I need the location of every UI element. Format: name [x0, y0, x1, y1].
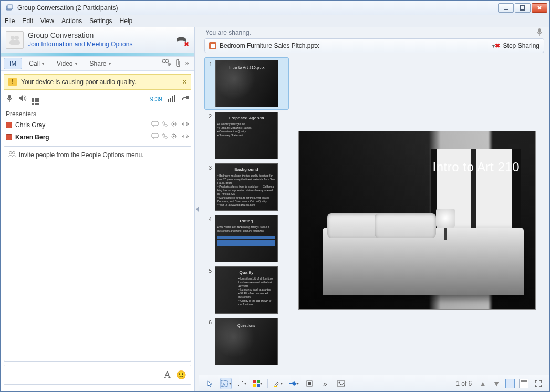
svg-rect-31 — [308, 382, 311, 385]
window-title: Group Conversation (2 Participants) — [17, 4, 498, 12]
tab-share[interactable]: Share▾ — [84, 58, 117, 69]
im-icon[interactable] — [151, 121, 159, 129]
stop-sharing-button[interactable]: ✖Stop Sharing — [495, 42, 539, 49]
people-icon — [8, 151, 16, 159]
thumb-3[interactable]: 3 Background • Bedroom has been the top … — [204, 161, 289, 213]
audio-warning: ! Your device is causing poor audio qual… — [4, 74, 191, 90]
svg-rect-16 — [152, 133, 158, 138]
call-duration: 9:39 — [150, 96, 162, 103]
im-icon[interactable] — [151, 133, 159, 141]
call-icon[interactable] — [162, 121, 168, 129]
svg-rect-2 — [504, 9, 508, 10]
stamp-tool[interactable] — [304, 378, 315, 389]
menu-edit[interactable]: Edit — [22, 17, 33, 25]
video-icon[interactable] — [171, 133, 179, 141]
sharing-pane: You are sharing. Bedroom Furniture Sales… — [199, 27, 549, 391]
tab-im[interactable]: IM — [4, 58, 22, 69]
share-icon[interactable] — [182, 121, 189, 129]
sharing-status: You are sharing. — [205, 29, 251, 36]
maximize-button[interactable] — [515, 3, 531, 13]
minimize-button[interactable] — [498, 3, 514, 13]
pane-splitter[interactable] — [195, 27, 199, 391]
svg-rect-6 — [9, 40, 20, 45]
svg-point-20 — [13, 152, 15, 154]
slide-thumbnails: 1 Intro to Art 210.potx 2 Proposed Agend… — [204, 57, 291, 372]
attach-icon[interactable] — [175, 59, 181, 69]
video-icon[interactable] — [171, 121, 179, 129]
svg-point-15 — [173, 123, 175, 125]
next-slide[interactable]: ▼ — [492, 379, 501, 388]
call-icon[interactable] — [162, 133, 168, 141]
more-icon[interactable]: » — [185, 59, 189, 69]
audio-controls: 9:39 — [1, 90, 194, 108]
shared-file-name: Bedroom Furniture Sales Pitch.pptx — [220, 42, 489, 49]
slide-toolbar: A▾ ▾ ▾ ▾ ▾ » 1 of 6 ▲ ▼ — [199, 375, 549, 391]
text-select-tool[interactable]: A▾ — [220, 378, 232, 389]
presenters-label: Presenters — [1, 108, 194, 119]
end-call-icon[interactable]: ✖ — [174, 32, 188, 47]
prev-slide[interactable]: ▲ — [478, 379, 487, 388]
warning-text[interactable]: Your device is causing poor audio qualit… — [21, 78, 179, 86]
menubar: File Edit View Actions Settings Help — [1, 15, 549, 27]
menu-help[interactable]: Help — [120, 17, 133, 25]
svg-rect-27 — [253, 384, 256, 387]
conversation-pane: Group Conversation Join Information and … — [1, 27, 195, 391]
participant-row[interactable]: Chris Gray — [1, 119, 194, 131]
pointer-tool[interactable] — [204, 378, 216, 389]
arrow-tool[interactable]: ▾ — [288, 378, 299, 389]
font-button[interactable]: A — [164, 369, 171, 380]
warning-close[interactable]: × — [183, 78, 186, 86]
fullscreen-button[interactable] — [533, 378, 544, 389]
tab-video[interactable]: Video▾ — [51, 58, 82, 69]
emoji-button[interactable]: 🙂 — [176, 370, 186, 380]
hold-icon[interactable] — [181, 95, 189, 104]
mic-indicator-icon — [536, 28, 543, 38]
thumb-2[interactable]: 2 Proposed Agenda • Company Background •… — [204, 110, 289, 161]
color-tool[interactable]: ▾ — [252, 378, 263, 389]
svg-rect-10 — [8, 95, 11, 99]
thumb-6[interactable]: 6 Questions — [204, 316, 289, 367]
highlighter-tool[interactable]: ▾ — [272, 378, 284, 389]
mic-icon[interactable] — [6, 94, 13, 104]
slide-title: Intro to Art 210 — [433, 160, 520, 174]
menu-actions[interactable]: Actions — [61, 17, 82, 25]
chat-input[interactable]: A 🙂 — [4, 365, 191, 385]
participant-row[interactable]: Karen Berg — [1, 131, 194, 143]
line-tool[interactable]: ▾ — [236, 378, 247, 389]
svg-rect-29 — [274, 386, 277, 387]
svg-rect-25 — [253, 380, 256, 383]
menu-settings[interactable]: Settings — [89, 17, 112, 25]
svg-point-4 — [11, 36, 15, 40]
speaker-icon[interactable] — [18, 95, 27, 104]
image-tool[interactable] — [335, 378, 347, 389]
share-icon[interactable] — [182, 133, 189, 141]
thumb-4[interactable]: 4 Rating • We continue to receive top ra… — [204, 213, 289, 264]
people-options-icon[interactable] — [161, 59, 171, 69]
overflow-tool[interactable]: » — [319, 378, 331, 389]
meeting-options-link[interactable]: Join Information and Meeting Options — [28, 40, 132, 48]
svg-rect-26 — [257, 380, 260, 383]
main-slide: Intro to Art 210 — [298, 131, 536, 310]
chat-log: Invite people from the People Options me… — [4, 146, 191, 362]
svg-point-5 — [15, 36, 19, 40]
presence-icon — [6, 122, 12, 128]
svg-rect-13 — [152, 121, 158, 126]
menu-view[interactable]: View — [40, 17, 54, 25]
warning-icon: ! — [8, 78, 17, 86]
thumb-1[interactable]: 1 Intro to Art 210.potx — [204, 57, 289, 110]
svg-point-8 — [165, 59, 169, 63]
chat-hint: Invite people from the People Options me… — [19, 151, 143, 159]
menu-file[interactable]: File — [5, 17, 15, 25]
shared-file-selector[interactable]: Bedroom Furniture Sales Pitch.pptx ▾ ✖St… — [204, 38, 544, 53]
dialpad-icon[interactable] — [32, 93, 39, 105]
thumbnail-view[interactable] — [505, 379, 515, 388]
tab-call[interactable]: Call▾ — [23, 58, 50, 69]
thumb-5[interactable]: 5 Quality • Less than 1% of all furnitur… — [204, 264, 289, 316]
notes-view[interactable] — [519, 379, 528, 388]
close-button[interactable] — [532, 3, 547, 13]
svg-rect-11 — [186, 96, 188, 99]
svg-text:A: A — [223, 381, 226, 386]
conversation-header: Group Conversation Join Information and … — [1, 27, 194, 53]
slide-counter: 1 of 6 — [456, 380, 472, 387]
titlebar: Group Conversation (2 Participants) — [1, 1, 549, 15]
